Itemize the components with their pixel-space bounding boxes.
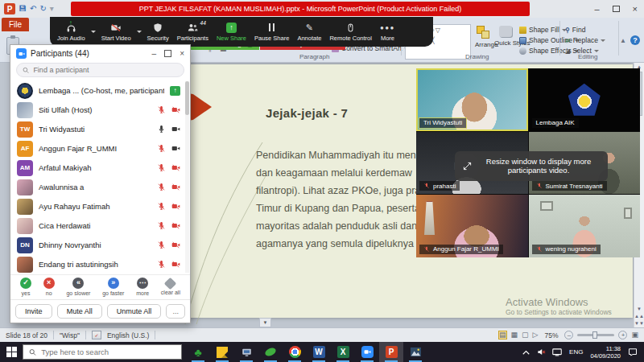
participants-button[interactable]: 44 Participants: [173, 17, 213, 47]
participant-name: Cica Herdawati: [39, 221, 151, 230]
taskbar-app-leaf[interactable]: [258, 342, 283, 362]
join-audio-chevron[interactable]: [89, 17, 97, 47]
replace-button[interactable]: ⇄ Replace: [565, 36, 605, 44]
join-audio-button[interactable]: ↑ Join Audio: [53, 17, 89, 47]
no-button[interactable]: ×no: [43, 278, 55, 296]
video-tile[interactable]: wening nugraheni: [529, 195, 641, 257]
remote-control-button[interactable]: Remote Control: [325, 17, 376, 47]
quick-styles-button[interactable]: Quick Styles: [494, 39, 518, 47]
ribbon-collapse-icon[interactable]: ▲: [620, 37, 626, 44]
slideshow-icon[interactable]: ▷: [533, 331, 539, 339]
annotate-button[interactable]: ✎ Annotate: [293, 17, 325, 47]
unmute-all-button[interactable]: Unmute All: [107, 304, 162, 319]
start-video-chevron[interactable]: [135, 17, 143, 47]
more-button[interactable]: ●●● More: [376, 17, 399, 47]
participant-row[interactable]: DN Dhinny Novryanthi: [10, 236, 190, 255]
go-slower-button[interactable]: «go slower: [66, 278, 90, 296]
taskbar-app-remote-desktop[interactable]: [234, 342, 258, 362]
start-video-button[interactable]: Start Video: [97, 17, 135, 47]
panel-maximize-button[interactable]: [164, 50, 171, 57]
video-tile[interactable]: Anggun Fajar R_UMMI: [416, 195, 528, 257]
theme-name: "Wisp": [60, 331, 80, 339]
slide-number-indicator: Slide 18 of 20: [6, 331, 47, 339]
next-slide-icon[interactable]: ▼▼: [634, 321, 644, 326]
video-tile[interactable]: Lembaga AIK: [529, 68, 641, 131]
taskbar-app-excel[interactable]: X: [331, 342, 355, 362]
volume-muted-icon[interactable]: ×: [537, 348, 545, 356]
clear-all-button[interactable]: clear all: [161, 278, 180, 295]
taskbar-app-word[interactable]: W: [307, 342, 331, 362]
scroll-down-icon[interactable]: ▼: [637, 306, 642, 311]
new-share-button[interactable]: ↑ New Share: [213, 17, 250, 47]
clock[interactable]: 11:38 04/09/2020: [590, 345, 621, 360]
slide-sorter-icon[interactable]: ▦: [511, 331, 518, 339]
search-input[interactable]: [33, 66, 178, 74]
taskbar-search[interactable]: [23, 344, 182, 360]
qat-dropdown-icon[interactable]: ▾: [50, 5, 54, 13]
yes-button[interactable]: ✓yes: [20, 278, 31, 296]
normal-view-icon[interactable]: ▤: [498, 331, 507, 339]
redo-icon[interactable]: ↻: [39, 5, 46, 13]
action-center-icon[interactable]: [628, 348, 638, 356]
video-name-label: Anggun Fajar R_UMMI: [419, 245, 503, 254]
footer-more-button[interactable]: ...: [166, 304, 185, 319]
zoom-slider[interactable]: [577, 334, 614, 336]
participant-row[interactable]: AF Anggun Fajar R_UMMI: [10, 139, 190, 158]
security-button[interactable]: Security: [143, 17, 173, 47]
save-icon[interactable]: 💾︎: [19, 5, 27, 13]
maximize-button[interactable]: [613, 6, 620, 12]
avatar: [17, 257, 33, 273]
participant-row[interactable]: Lembaga ... (Co-host, me, participant ID…: [10, 81, 190, 101]
splitter-arrow-button[interactable]: ▼: [259, 318, 271, 327]
help-button[interactable]: ?: [630, 35, 640, 45]
remote-desktop-icon: [241, 347, 253, 358]
participants-panel-title: Participants (44): [31, 49, 89, 58]
undo-icon[interactable]: ↶: [30, 5, 36, 13]
zoom-in-button[interactable]: +: [618, 331, 627, 339]
participant-row[interactable]: Siti Ulfah (Host): [10, 101, 190, 120]
editing-group-label: Editing: [578, 53, 597, 60]
panel-close-button[interactable]: ×: [180, 49, 184, 58]
participant-row[interactable]: AM Arfatul Makiyah: [10, 158, 190, 178]
panel-scrollbar[interactable]: [185, 81, 189, 273]
minimize-button[interactable]: –: [594, 4, 599, 14]
tray-expand-icon[interactable]: [522, 350, 530, 355]
network-icon[interactable]: [552, 348, 562, 356]
panel-minimize-button[interactable]: –: [152, 49, 157, 58]
participant-search[interactable]: [16, 63, 184, 77]
zoom-out-button[interactable]: –: [564, 331, 573, 339]
taskbar-app-chrome[interactable]: [283, 342, 307, 362]
pause-share-button[interactable]: Pause Share: [250, 17, 293, 47]
spellcheck-icon[interactable]: ✓: [92, 331, 101, 339]
participant-row[interactable]: Ayu Rahayu Fatimah: [10, 197, 190, 216]
more-reactions-button[interactable]: ⋯more: [136, 278, 149, 296]
shape-outline-icon: [519, 37, 526, 44]
language-indicator[interactable]: English (U.S.): [107, 331, 149, 339]
previous-slide-icon[interactable]: ▲▲: [634, 314, 644, 319]
nonverbal-feedback-bar: ✓yes ×no «go slower »go faster ⋯more cle…: [10, 274, 190, 299]
taskbar-app-zoom[interactable]: [355, 342, 379, 362]
participant-row[interactable]: Endang tri astutiningsih: [10, 255, 190, 274]
reading-view-icon[interactable]: ▢: [522, 331, 529, 339]
language-tray[interactable]: ENG: [569, 348, 583, 356]
taskbar-app-photos[interactable]: [403, 342, 427, 362]
invite-button[interactable]: Invite: [15, 304, 52, 319]
participant-row[interactable]: Cica Herdawati: [10, 216, 190, 236]
close-button[interactable]: ×: [633, 4, 638, 14]
video-tile[interactable]: Tri Widyastuti: [416, 68, 528, 131]
taskbar-app-clover[interactable]: ♣: [186, 342, 210, 362]
file-tab[interactable]: File: [2, 18, 29, 31]
ellipsis-icon: ⋯: [137, 278, 148, 289]
mute-all-button[interactable]: Mute All: [57, 304, 102, 319]
start-button[interactable]: [0, 342, 23, 362]
taskbar-search-input[interactable]: [41, 348, 175, 356]
taskbar-app-powerpoint[interactable]: P: [379, 342, 403, 362]
fit-to-window-icon[interactable]: ▣: [631, 331, 638, 339]
zoom-slider-thumb[interactable]: [592, 331, 597, 339]
go-faster-button[interactable]: »go faster: [102, 278, 124, 296]
participant-name: Siti Ulfah (Host): [39, 105, 151, 114]
find-button[interactable]: ⚲ Find: [565, 26, 585, 34]
participant-row[interactable]: Awalunnisa a: [10, 178, 190, 197]
taskbar-app-notes[interactable]: [210, 342, 234, 362]
participant-row[interactable]: TW Tri Widyastuti: [10, 120, 190, 139]
